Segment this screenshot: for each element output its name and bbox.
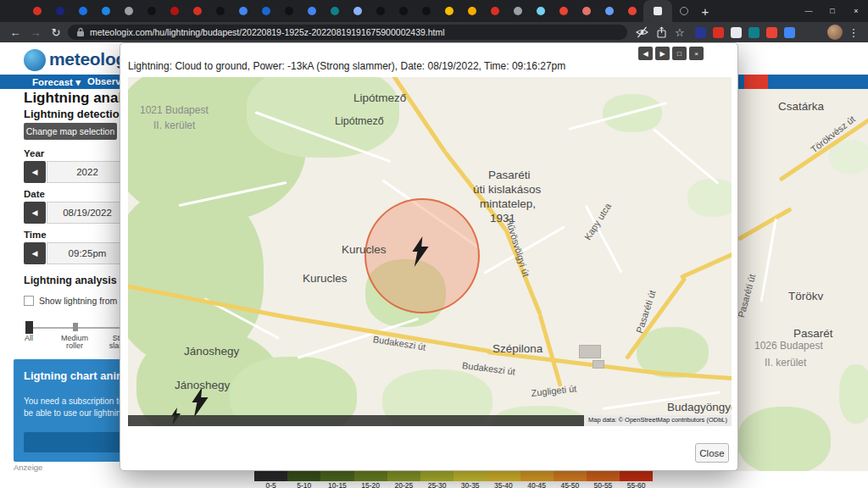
time-value-field[interactable]: 09:25pm — [47, 242, 128, 264]
map-label: Kurucles — [303, 272, 348, 285]
date-prev-button[interactable]: ◀ — [24, 202, 46, 224]
extension-icon[interactable] — [713, 27, 724, 38]
profile-avatar[interactable] — [827, 25, 843, 40]
browser-tab[interactable] — [415, 0, 437, 22]
fullscreen-button[interactable]: □ — [672, 47, 687, 60]
browser-tab[interactable] — [460, 0, 483, 22]
browser-tab[interactable] — [94, 0, 117, 22]
legend-range-label: 10-15 — [320, 481, 353, 488]
close-window-button[interactable]: × — [844, 0, 868, 22]
url-bar[interactable]: meteologix.com/hu/lightning/budapest/202… — [68, 25, 627, 40]
slider-label-medium-2: roller — [54, 341, 95, 350]
browser-tab[interactable] — [254, 0, 277, 22]
lightning-bolt-icon — [191, 387, 209, 418]
forest-patch — [839, 364, 868, 424]
browser-tab[interactable] — [672, 0, 695, 22]
tab-favicon — [262, 7, 270, 15]
extension-icon[interactable] — [748, 27, 760, 38]
year-prev-button[interactable]: ◀ — [24, 161, 46, 183]
map-label: Csatárka — [778, 100, 824, 113]
browser-tab[interactable] — [71, 0, 94, 22]
tab-favicon — [605, 7, 614, 15]
browser-tab[interactable] — [163, 0, 186, 22]
reading-mode-eye-off-icon[interactable] — [636, 26, 648, 38]
share-icon[interactable] — [656, 26, 667, 38]
nav-item-forecast[interactable]: Forecast ▾ — [32, 76, 81, 88]
tab-favicon — [125, 7, 133, 15]
previous-hours-checkbox[interactable] — [24, 296, 34, 306]
tab-favicon — [239, 7, 248, 15]
browser-tab[interactable] — [140, 0, 163, 22]
maximize-button[interactable]: □ — [821, 0, 844, 22]
year-value-field[interactable]: 2022 — [47, 161, 128, 183]
active-browser-tab[interactable] — [643, 0, 672, 22]
tab-favicon — [537, 7, 545, 15]
browser-tab[interactable] — [209, 0, 231, 22]
browser-tab[interactable] — [437, 0, 460, 22]
back-button[interactable]: ← — [7, 26, 24, 39]
browser-tab[interactable] — [48, 0, 71, 22]
legend-color-cell — [354, 471, 387, 481]
minimize-button[interactable]: — — [797, 0, 821, 22]
building-footprint — [593, 360, 604, 369]
building-footprint — [579, 345, 601, 358]
legend-color-cell — [487, 471, 520, 481]
map-label: Jánoshegy — [184, 345, 239, 358]
browser-tab[interactable] — [25, 0, 48, 22]
site-info-lock-icon[interactable] — [76, 27, 85, 37]
new-tab-button[interactable]: + — [695, 0, 715, 22]
browser-tab[interactable] — [186, 0, 209, 22]
prev-strike-button[interactable]: ◀ — [638, 47, 653, 60]
browser-tab[interactable] — [323, 0, 346, 22]
time-label: Time — [24, 230, 47, 240]
browser-tab[interactable] — [346, 0, 369, 22]
browser-tab[interactable] — [483, 0, 506, 22]
extension-icon[interactable] — [695, 27, 706, 38]
browser-tab[interactable] — [392, 0, 415, 22]
browser-tab[interactable] — [117, 0, 140, 22]
forward-button[interactable]: → — [27, 26, 44, 39]
extension-icon[interactable] — [784, 27, 795, 38]
extension-icon[interactable] — [731, 27, 742, 38]
modal-map[interactable]: LipótmezőLipótmező1021 BudapestII. kerül… — [128, 77, 732, 426]
browser-tab[interactable] — [620, 0, 643, 22]
browser-tab[interactable] — [575, 0, 598, 22]
legend-color-cell — [320, 471, 353, 481]
globe-favicon — [680, 7, 688, 15]
analysis-section-title: Lightning analysis — [24, 274, 117, 286]
bookmark-star-icon[interactable]: ☆ — [675, 27, 685, 38]
change-map-selection-button[interactable]: Change map selection — [24, 123, 117, 140]
browser-tab[interactable] — [277, 0, 300, 22]
legend-color-cell — [554, 471, 587, 481]
legend-range-label: 15-20 — [354, 481, 387, 488]
browser-tab[interactable] — [369, 0, 392, 22]
map-road — [760, 219, 777, 302]
extension-icon[interactable] — [766, 27, 777, 38]
next-strike-button[interactable]: ▶ — [655, 47, 670, 60]
date-value-field[interactable]: 08/19/2022 — [47, 202, 128, 224]
browser-tab[interactable] — [506, 0, 529, 22]
browser-tab[interactable] — [598, 0, 620, 22]
meteologix-logo-icon[interactable] — [24, 49, 46, 71]
promo-cta-button[interactable] — [24, 432, 124, 452]
map-label: Pasaréti út — [736, 273, 757, 319]
browser-tab[interactable] — [552, 0, 575, 22]
browser-tab[interactable] — [300, 0, 323, 22]
strength-slider-handle[interactable] — [25, 321, 33, 334]
browser-menu-icon[interactable]: ⋮ — [846, 26, 861, 39]
reload-button[interactable]: ↻ — [47, 26, 64, 39]
time-prev-button[interactable]: ◀ — [24, 242, 46, 264]
legend-color-cell — [254, 471, 287, 481]
browser-tab[interactable] — [529, 0, 552, 22]
legend-range-label: 55-60 — [620, 481, 653, 488]
legend-range-label: 30-35 — [453, 481, 487, 488]
modal-close-button[interactable]: Close — [695, 443, 729, 463]
browser-tab[interactable] — [231, 0, 254, 22]
nav-warning-block[interactable] — [744, 75, 768, 89]
date-label: Date — [24, 189, 45, 199]
background-map[interactable]: CsatárkaTörökvész útTörökvPasaréti útPas… — [727, 89, 868, 471]
legend-range-label: 50-55 — [587, 481, 620, 488]
close-x-button[interactable]: × — [689, 47, 704, 60]
legend-labels: 0-55-1010-1515-2020-2525-3030-3535-4040-… — [254, 481, 653, 488]
map-label: Kurucles — [342, 243, 387, 256]
